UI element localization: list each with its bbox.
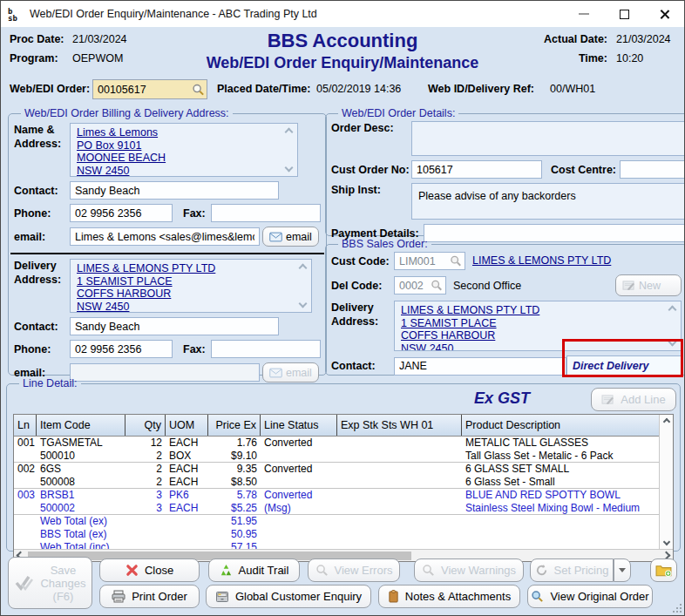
delivery-phone-input[interactable] <box>70 340 173 358</box>
scroll-up-icon[interactable] <box>668 306 677 315</box>
search-icon <box>531 590 544 603</box>
table-row[interactable]: Web Total (inc)57.15 <box>14 541 659 549</box>
billing-email-input[interactable] <box>70 227 260 246</box>
table-cell: Converted <box>261 489 337 502</box>
minimize-button[interactable] <box>564 1 604 27</box>
table-row[interactable]: 0026GS2EACH9.35Converted6 GLASS SET SMAL… <box>14 463 659 476</box>
search-icon <box>431 280 443 292</box>
billing-contact-label: Contact: <box>14 184 70 198</box>
table-row[interactable]: 5000102BOX$9.10Tall Glass Set - Metalic … <box>14 450 659 463</box>
delivery-address-link[interactable]: NSW 2450 <box>77 301 294 314</box>
printer-icon <box>112 590 125 603</box>
resize-grip[interactable] <box>673 604 682 613</box>
cust-order-no-input[interactable] <box>411 160 542 179</box>
close-button[interactable]: Close <box>99 558 200 582</box>
view-warnings-button[interactable]: View Warnings <box>414 558 524 582</box>
table-cell <box>261 541 337 549</box>
table-row[interactable]: 5000082EACH$8.506 Glass Set - Small <box>14 476 659 489</box>
billing-address-link[interactable]: PO Box 9101 <box>77 139 280 152</box>
delivery-phone-label: Phone: <box>14 342 70 356</box>
scroll-up-icon[interactable] <box>299 264 308 273</box>
folder-plus-icon <box>655 564 672 577</box>
table-vertical-scrollbar[interactable] <box>659 415 673 549</box>
table-cell: Web Total (ex) <box>37 515 125 528</box>
line-detail-table: Ln Item Code Qty UOM Price Ex Line Statu… <box>13 414 674 562</box>
delivery-fax-input[interactable] <box>211 340 321 358</box>
sales-address-link[interactable]: NSW 2450 <box>401 342 663 352</box>
maximize-button[interactable] <box>604 1 644 27</box>
red-x-icon <box>125 564 139 577</box>
close-window-button[interactable] <box>644 1 684 27</box>
ship-inst-box[interactable]: Please advise of any backorders <box>411 183 685 220</box>
chevron-down-icon <box>619 568 626 572</box>
scroll-down-icon[interactable] <box>668 338 677 347</box>
scroll-down-icon[interactable] <box>285 164 294 173</box>
sales-address-link[interactable]: 1 SEAMIST PLACE <box>401 317 663 330</box>
table-cell <box>14 476 37 488</box>
add-line-button[interactable]: Add Line <box>591 388 676 411</box>
table-cell: 500008 <box>37 476 125 488</box>
table-row[interactable]: 5000023EACH$5.25(Msg)Stainless Steel Mix… <box>14 502 659 515</box>
scroll-down-icon[interactable] <box>299 300 308 308</box>
table-cell: TGASMETAL <box>37 437 125 450</box>
table-cell: 9.35 <box>208 463 261 476</box>
sales-contact-input[interactable] <box>394 357 566 376</box>
del-code-lookup-button[interactable] <box>429 278 444 293</box>
billing-email-button[interactable]: email <box>262 227 319 247</box>
scroll-up-icon[interactable] <box>285 128 294 137</box>
order-lookup-button[interactable] <box>190 82 206 97</box>
sales-address-link[interactable]: LIMES & LEMONS PTY LTD <box>401 304 663 317</box>
delivery-contact-input[interactable] <box>70 317 279 335</box>
print-order-button[interactable]: Print Order <box>99 585 200 608</box>
sales-address-link[interactable]: COFFS HARBOUR <box>401 329 663 342</box>
time-value: 10:20 <box>616 52 675 64</box>
table-row[interactable]: 001TGASMETAL12EACH1.76ConvertedMETALIC T… <box>14 437 659 450</box>
notes-attachments-button[interactable]: Notes & Attachments <box>378 585 520 608</box>
form-pencil-icon <box>601 394 614 405</box>
line-detail-title: Line Detail: <box>19 377 81 389</box>
scroll-up-icon[interactable] <box>663 418 670 425</box>
table-cell <box>14 450 37 462</box>
billing-address-link[interactable]: MOONEE BEACH <box>77 152 280 165</box>
section-divider <box>10 253 324 254</box>
set-pricing-button[interactable]: Set Pricing <box>530 558 614 582</box>
table-cell: PK6 <box>166 489 208 502</box>
set-pricing-dropdown-button[interactable] <box>614 558 631 582</box>
web-id-value: 00/WH01 <box>550 83 595 95</box>
scroll-down-icon[interactable] <box>663 538 670 545</box>
table-cell: 1.76 <box>208 437 261 450</box>
table-header-row[interactable]: Ln Item Code Qty UOM Price Ex Line Statu… <box>14 415 659 437</box>
cost-centre-input[interactable] <box>620 160 685 179</box>
global-customer-enquiry-button[interactable]: Global Customer Enquiry <box>206 585 371 608</box>
audit-trail-button[interactable]: Audit Trail <box>208 558 300 582</box>
view-errors-button[interactable]: View Errors <box>308 558 400 582</box>
table-cell <box>261 528 337 541</box>
billing-address-link[interactable]: NSW 2450 <box>77 165 280 178</box>
delivery-address-link[interactable]: 1 SEAMIST PLACE <box>77 275 294 288</box>
cust-code-link[interactable]: LIMES & LEMONS PTY LTD <box>472 254 611 267</box>
table-cell <box>125 528 166 541</box>
table-cell: $5.25 <box>208 502 261 514</box>
cust-code-lookup-button[interactable] <box>448 254 464 268</box>
delivery-address-link[interactable]: COFFS HARBOUR <box>77 288 294 301</box>
table-cell: 3 <box>125 502 166 514</box>
table-row[interactable]: 003BRSB13PK65.78ConvertedBLUE AND RED SP… <box>14 489 659 502</box>
table-cell: METALIC TALL GLASSES <box>462 437 659 450</box>
view-original-order-button[interactable]: View Original Order <box>527 585 653 608</box>
app-logo-icon: bsb <box>8 5 24 23</box>
open-folder-button[interactable] <box>650 558 677 582</box>
billing-contact-input[interactable] <box>70 181 279 200</box>
save-changes-button[interactable]: Save Changes (F6) <box>8 557 92 609</box>
billing-phone-input[interactable] <box>70 204 173 222</box>
delivery-address-link[interactable]: LIMES & LEMONS PTY LTD <box>77 262 294 275</box>
table-cell: 2 <box>125 450 166 462</box>
table-row[interactable]: BBS Total (ex)50.95 <box>14 528 659 541</box>
recycle-icon <box>220 564 233 577</box>
billing-fax-input[interactable] <box>211 204 321 222</box>
table-cell <box>462 541 659 549</box>
table-row[interactable]: Web Total (ex)51.95 <box>14 515 659 528</box>
order-desc-box[interactable] <box>411 121 685 156</box>
new-button[interactable]: New <box>615 274 682 296</box>
billing-address-link[interactable]: Limes & Lemons <box>77 126 280 139</box>
table-cell <box>337 515 462 528</box>
